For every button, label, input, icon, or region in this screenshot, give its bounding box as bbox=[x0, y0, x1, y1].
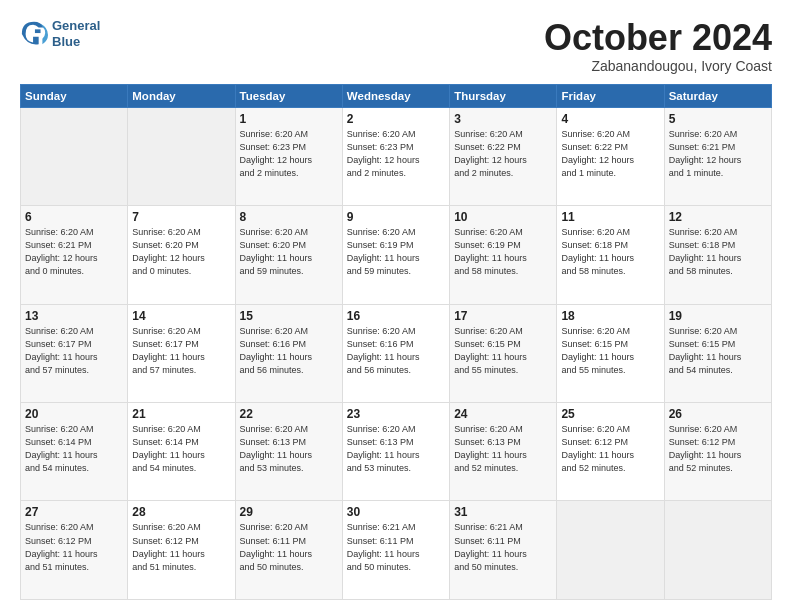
cell-info: Sunrise: 6:20 AM Sunset: 6:23 PM Dayligh… bbox=[347, 128, 445, 180]
cell-info: Sunrise: 6:20 AM Sunset: 6:16 PM Dayligh… bbox=[347, 325, 445, 377]
week-row-0: 1Sunrise: 6:20 AM Sunset: 6:23 PM Daylig… bbox=[21, 107, 772, 205]
calendar-cell: 30Sunrise: 6:21 AM Sunset: 6:11 PM Dayli… bbox=[342, 501, 449, 600]
calendar-cell: 27Sunrise: 6:20 AM Sunset: 6:12 PM Dayli… bbox=[21, 501, 128, 600]
calendar-cell: 20Sunrise: 6:20 AM Sunset: 6:14 PM Dayli… bbox=[21, 403, 128, 501]
day-number: 3 bbox=[454, 112, 552, 126]
logo-text: General Blue bbox=[52, 18, 100, 49]
day-number: 31 bbox=[454, 505, 552, 519]
calendar-cell: 31Sunrise: 6:21 AM Sunset: 6:11 PM Dayli… bbox=[450, 501, 557, 600]
weekday-header-saturday: Saturday bbox=[664, 84, 771, 107]
day-number: 28 bbox=[132, 505, 230, 519]
day-number: 2 bbox=[347, 112, 445, 126]
cell-info: Sunrise: 6:20 AM Sunset: 6:17 PM Dayligh… bbox=[132, 325, 230, 377]
calendar-cell: 9Sunrise: 6:20 AM Sunset: 6:19 PM Daylig… bbox=[342, 206, 449, 304]
weekday-header-friday: Friday bbox=[557, 84, 664, 107]
cell-info: Sunrise: 6:20 AM Sunset: 6:12 PM Dayligh… bbox=[25, 521, 123, 573]
week-row-1: 6Sunrise: 6:20 AM Sunset: 6:21 PM Daylig… bbox=[21, 206, 772, 304]
day-number: 10 bbox=[454, 210, 552, 224]
day-number: 26 bbox=[669, 407, 767, 421]
calendar-cell: 28Sunrise: 6:20 AM Sunset: 6:12 PM Dayli… bbox=[128, 501, 235, 600]
day-number: 20 bbox=[25, 407, 123, 421]
calendar-body: 1Sunrise: 6:20 AM Sunset: 6:23 PM Daylig… bbox=[21, 107, 772, 599]
calendar-cell: 4Sunrise: 6:20 AM Sunset: 6:22 PM Daylig… bbox=[557, 107, 664, 205]
calendar-cell: 7Sunrise: 6:20 AM Sunset: 6:20 PM Daylig… bbox=[128, 206, 235, 304]
cell-info: Sunrise: 6:20 AM Sunset: 6:16 PM Dayligh… bbox=[240, 325, 338, 377]
calendar-cell: 1Sunrise: 6:20 AM Sunset: 6:23 PM Daylig… bbox=[235, 107, 342, 205]
cell-info: Sunrise: 6:20 AM Sunset: 6:14 PM Dayligh… bbox=[132, 423, 230, 475]
weekday-header-monday: Monday bbox=[128, 84, 235, 107]
weekday-header-sunday: Sunday bbox=[21, 84, 128, 107]
month-title: October 2024 bbox=[544, 18, 772, 58]
calendar-cell bbox=[21, 107, 128, 205]
day-number: 5 bbox=[669, 112, 767, 126]
week-row-2: 13Sunrise: 6:20 AM Sunset: 6:17 PM Dayli… bbox=[21, 304, 772, 402]
cell-info: Sunrise: 6:21 AM Sunset: 6:11 PM Dayligh… bbox=[454, 521, 552, 573]
calendar-cell bbox=[664, 501, 771, 600]
cell-info: Sunrise: 6:20 AM Sunset: 6:12 PM Dayligh… bbox=[561, 423, 659, 475]
weekday-row: SundayMondayTuesdayWednesdayThursdayFrid… bbox=[21, 84, 772, 107]
cell-info: Sunrise: 6:20 AM Sunset: 6:17 PM Dayligh… bbox=[25, 325, 123, 377]
calendar-cell: 23Sunrise: 6:20 AM Sunset: 6:13 PM Dayli… bbox=[342, 403, 449, 501]
calendar-cell: 6Sunrise: 6:20 AM Sunset: 6:21 PM Daylig… bbox=[21, 206, 128, 304]
day-number: 9 bbox=[347, 210, 445, 224]
cell-info: Sunrise: 6:20 AM Sunset: 6:11 PM Dayligh… bbox=[240, 521, 338, 573]
calendar-cell bbox=[128, 107, 235, 205]
cell-info: Sunrise: 6:20 AM Sunset: 6:12 PM Dayligh… bbox=[132, 521, 230, 573]
cell-info: Sunrise: 6:20 AM Sunset: 6:15 PM Dayligh… bbox=[454, 325, 552, 377]
cell-info: Sunrise: 6:21 AM Sunset: 6:11 PM Dayligh… bbox=[347, 521, 445, 573]
day-number: 27 bbox=[25, 505, 123, 519]
logo-line2: Blue bbox=[52, 34, 100, 50]
day-number: 18 bbox=[561, 309, 659, 323]
calendar-cell: 18Sunrise: 6:20 AM Sunset: 6:15 PM Dayli… bbox=[557, 304, 664, 402]
cell-info: Sunrise: 6:20 AM Sunset: 6:13 PM Dayligh… bbox=[347, 423, 445, 475]
cell-info: Sunrise: 6:20 AM Sunset: 6:18 PM Dayligh… bbox=[561, 226, 659, 278]
cell-info: Sunrise: 6:20 AM Sunset: 6:12 PM Dayligh… bbox=[669, 423, 767, 475]
cell-info: Sunrise: 6:20 AM Sunset: 6:23 PM Dayligh… bbox=[240, 128, 338, 180]
cell-info: Sunrise: 6:20 AM Sunset: 6:15 PM Dayligh… bbox=[561, 325, 659, 377]
week-row-4: 27Sunrise: 6:20 AM Sunset: 6:12 PM Dayli… bbox=[21, 501, 772, 600]
calendar-cell: 13Sunrise: 6:20 AM Sunset: 6:17 PM Dayli… bbox=[21, 304, 128, 402]
logo-icon bbox=[20, 20, 48, 48]
calendar-cell: 15Sunrise: 6:20 AM Sunset: 6:16 PM Dayli… bbox=[235, 304, 342, 402]
day-number: 16 bbox=[347, 309, 445, 323]
day-number: 17 bbox=[454, 309, 552, 323]
calendar-cell: 26Sunrise: 6:20 AM Sunset: 6:12 PM Dayli… bbox=[664, 403, 771, 501]
day-number: 25 bbox=[561, 407, 659, 421]
calendar-table: SundayMondayTuesdayWednesdayThursdayFrid… bbox=[20, 84, 772, 600]
cell-info: Sunrise: 6:20 AM Sunset: 6:13 PM Dayligh… bbox=[240, 423, 338, 475]
day-number: 14 bbox=[132, 309, 230, 323]
calendar-cell: 24Sunrise: 6:20 AM Sunset: 6:13 PM Dayli… bbox=[450, 403, 557, 501]
calendar-cell: 22Sunrise: 6:20 AM Sunset: 6:13 PM Dayli… bbox=[235, 403, 342, 501]
calendar-cell: 21Sunrise: 6:20 AM Sunset: 6:14 PM Dayli… bbox=[128, 403, 235, 501]
title-block: October 2024 Zabanandougou, Ivory Coast bbox=[544, 18, 772, 74]
day-number: 19 bbox=[669, 309, 767, 323]
calendar-cell: 29Sunrise: 6:20 AM Sunset: 6:11 PM Dayli… bbox=[235, 501, 342, 600]
day-number: 30 bbox=[347, 505, 445, 519]
day-number: 1 bbox=[240, 112, 338, 126]
calendar-cell: 25Sunrise: 6:20 AM Sunset: 6:12 PM Dayli… bbox=[557, 403, 664, 501]
calendar-cell: 3Sunrise: 6:20 AM Sunset: 6:22 PM Daylig… bbox=[450, 107, 557, 205]
logo-line1: General bbox=[52, 18, 100, 34]
calendar-cell: 12Sunrise: 6:20 AM Sunset: 6:18 PM Dayli… bbox=[664, 206, 771, 304]
header: General Blue October 2024 Zabanandougou,… bbox=[20, 18, 772, 74]
day-number: 23 bbox=[347, 407, 445, 421]
day-number: 15 bbox=[240, 309, 338, 323]
day-number: 12 bbox=[669, 210, 767, 224]
calendar-cell: 19Sunrise: 6:20 AM Sunset: 6:15 PM Dayli… bbox=[664, 304, 771, 402]
logo: General Blue bbox=[20, 18, 100, 49]
cell-info: Sunrise: 6:20 AM Sunset: 6:15 PM Dayligh… bbox=[669, 325, 767, 377]
cell-info: Sunrise: 6:20 AM Sunset: 6:21 PM Dayligh… bbox=[25, 226, 123, 278]
cell-info: Sunrise: 6:20 AM Sunset: 6:19 PM Dayligh… bbox=[347, 226, 445, 278]
calendar-cell: 2Sunrise: 6:20 AM Sunset: 6:23 PM Daylig… bbox=[342, 107, 449, 205]
day-number: 21 bbox=[132, 407, 230, 421]
cell-info: Sunrise: 6:20 AM Sunset: 6:14 PM Dayligh… bbox=[25, 423, 123, 475]
cell-info: Sunrise: 6:20 AM Sunset: 6:18 PM Dayligh… bbox=[669, 226, 767, 278]
week-row-3: 20Sunrise: 6:20 AM Sunset: 6:14 PM Dayli… bbox=[21, 403, 772, 501]
day-number: 4 bbox=[561, 112, 659, 126]
day-number: 8 bbox=[240, 210, 338, 224]
day-number: 24 bbox=[454, 407, 552, 421]
location: Zabanandougou, Ivory Coast bbox=[544, 58, 772, 74]
calendar-header: SundayMondayTuesdayWednesdayThursdayFrid… bbox=[21, 84, 772, 107]
calendar-cell: 16Sunrise: 6:20 AM Sunset: 6:16 PM Dayli… bbox=[342, 304, 449, 402]
calendar-cell: 10Sunrise: 6:20 AM Sunset: 6:19 PM Dayli… bbox=[450, 206, 557, 304]
